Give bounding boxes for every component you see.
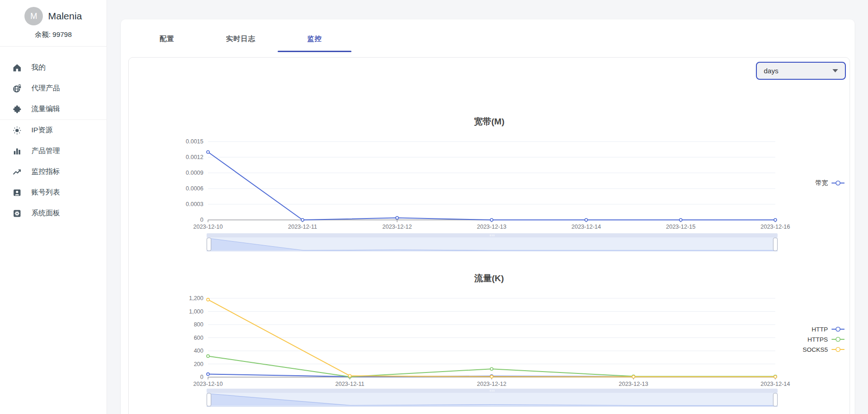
legend-item-https[interactable]: HTTPS xyxy=(803,334,845,344)
bar-chart-icon xyxy=(12,147,22,156)
account-badge-icon xyxy=(12,188,22,197)
sidebar-item-label: 系统面板 xyxy=(31,208,60,218)
puzzle-icon xyxy=(12,105,22,114)
svg-text:2023-12-12: 2023-12-12 xyxy=(382,224,412,230)
globe-lock-icon xyxy=(12,84,22,93)
line-series-marker-icon xyxy=(831,347,845,352)
active-tab-indicator xyxy=(278,51,351,52)
svg-text:1,000: 1,000 xyxy=(189,308,203,315)
legend-label: 带宽 xyxy=(815,179,828,187)
svg-text:2023-12-11: 2023-12-11 xyxy=(288,224,317,230)
sidebar-item-label: 流量编辑 xyxy=(31,104,60,114)
bandwidth-chart-plot: 0.00150.00120.00090.00060.000302023-12-1… xyxy=(129,129,850,235)
tab-monitoring[interactable]: 监控 xyxy=(278,27,351,51)
main-card: 配置 实时日志 监控 days 宽带(M) 0.00150.00120.0009… xyxy=(121,19,855,414)
svg-text:200: 200 xyxy=(194,361,203,367)
sidebar-item-label: 我的 xyxy=(31,63,46,72)
svg-text:0.0003: 0.0003 xyxy=(186,201,203,207)
user-name: Malenia xyxy=(48,11,82,22)
trend-line-icon xyxy=(12,167,22,177)
legend-item-http[interactable]: HTTP xyxy=(803,324,845,334)
sidebar-item-label: IP资源 xyxy=(31,125,53,135)
sidebar-item-label: 账号列表 xyxy=(31,188,60,197)
sidebar-item-proxy-products[interactable]: 代理产品 xyxy=(0,78,107,99)
bandwidth-datazoom-slider[interactable] xyxy=(205,233,779,253)
svg-text:2023-12-13: 2023-12-13 xyxy=(477,224,506,230)
svg-text:0.0006: 0.0006 xyxy=(186,185,203,192)
svg-text:600: 600 xyxy=(194,335,203,341)
balance-label: 余额: 99798 xyxy=(0,30,107,39)
legend-label: HTTPS xyxy=(808,336,828,343)
svg-text:400: 400 xyxy=(194,348,203,354)
svg-text:2023-12-15: 2023-12-15 xyxy=(666,224,696,230)
svg-text:2023-12-10: 2023-12-10 xyxy=(193,381,223,387)
bandwidth-chart-title: 宽带(M) xyxy=(129,116,850,128)
bandwidth-chart-legend: 带宽 xyxy=(815,178,845,188)
line-series-marker-icon xyxy=(831,337,845,342)
sidebar-item-label: 代理产品 xyxy=(31,83,60,93)
sidebar-item-label: 监控指标 xyxy=(31,167,60,177)
sun-icon xyxy=(12,126,22,135)
home-icon xyxy=(12,63,22,72)
sidebar-item-ip-resources[interactable]: IP资源 xyxy=(0,120,107,141)
traffic-chart-title: 流量(K) xyxy=(129,272,850,284)
svg-text:800: 800 xyxy=(194,321,203,328)
traffic-chart-plot: 1,2001,00080060040020002023-12-102023-12… xyxy=(129,286,850,393)
tab-realtime-logs[interactable]: 实时日志 xyxy=(204,27,278,51)
sidebar: M Malenia 余额: 99798 我的 代理产品 流量编 xyxy=(0,0,107,414)
line-series-marker-icon xyxy=(831,326,845,332)
legend-item-bandwidth[interactable]: 带宽 xyxy=(815,178,845,188)
svg-text:0.0012: 0.0012 xyxy=(186,154,203,160)
sidebar-item-product-management[interactable]: 产品管理 xyxy=(0,141,107,161)
traffic-chart-legend: HTTP HTTPS SOCKS5 xyxy=(803,324,845,355)
svg-text:2023-12-16: 2023-12-16 xyxy=(761,224,790,230)
user-profile: M Malenia xyxy=(0,0,107,25)
sidebar-item-my[interactable]: 我的 xyxy=(0,57,107,78)
legend-item-socks5[interactable]: SOCKS5 xyxy=(803,344,845,355)
sidebar-item-traffic-edit[interactable]: 流量编辑 xyxy=(0,99,107,119)
svg-text:2023-12-14: 2023-12-14 xyxy=(761,381,790,387)
sidebar-item-monitoring-metrics[interactable]: 监控指标 xyxy=(0,161,107,182)
svg-text:0.0015: 0.0015 xyxy=(186,138,203,145)
gear-panel-icon xyxy=(12,209,22,218)
caret-down-icon xyxy=(832,69,838,72)
sidebar-item-account-list[interactable]: 账号列表 xyxy=(0,182,107,203)
svg-text:0: 0 xyxy=(200,374,203,380)
monitoring-panel: days 宽带(M) 0.00150.00120.00090.00060.000… xyxy=(128,57,850,414)
line-series-marker-icon xyxy=(831,180,845,186)
svg-text:2023-12-12: 2023-12-12 xyxy=(477,381,506,387)
traffic-datazoom-slider[interactable] xyxy=(205,389,779,408)
sidebar-menu: 我的 代理产品 流量编辑 xyxy=(0,47,107,224)
svg-text:2023-12-10: 2023-12-10 xyxy=(193,224,223,230)
interval-select-value: days xyxy=(764,67,779,75)
svg-text:0.0009: 0.0009 xyxy=(186,170,203,176)
legend-label: HTTP xyxy=(812,326,828,333)
svg-text:2023-12-14: 2023-12-14 xyxy=(571,224,601,230)
sidebar-item-label: 产品管理 xyxy=(31,146,60,156)
tab-bar: 配置 实时日志 监控 xyxy=(130,27,351,51)
tab-config[interactable]: 配置 xyxy=(130,27,204,51)
svg-text:2023-12-13: 2023-12-13 xyxy=(619,381,648,387)
interval-select[interactable]: days xyxy=(756,62,846,80)
avatar: M xyxy=(24,7,43,25)
legend-label: SOCKS5 xyxy=(803,346,828,353)
svg-text:1,200: 1,200 xyxy=(189,295,203,302)
sidebar-item-system-panel[interactable]: 系统面板 xyxy=(0,203,107,224)
svg-text:0: 0 xyxy=(200,217,203,223)
avatar-initial: M xyxy=(30,12,37,21)
svg-text:2023-12-11: 2023-12-11 xyxy=(335,381,364,387)
